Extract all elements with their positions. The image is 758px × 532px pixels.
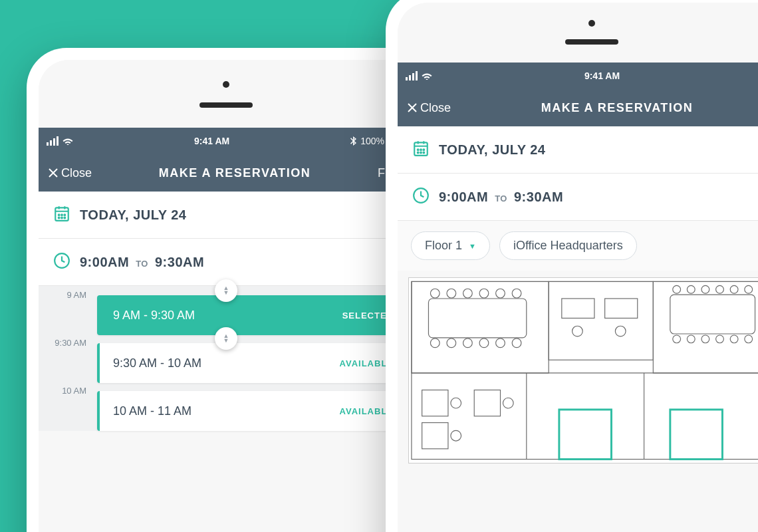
floor-plan[interactable] bbox=[408, 277, 758, 464]
battery-percent: 100% bbox=[360, 136, 384, 146]
svg-point-29 bbox=[496, 289, 505, 298]
drag-handle-bottom[interactable]: ▲▼ bbox=[215, 327, 237, 350]
svg-point-32 bbox=[447, 338, 456, 348]
close-icon bbox=[48, 168, 59, 178]
time-label-2: 10 AM bbox=[39, 386, 93, 396]
svg-point-51 bbox=[572, 326, 583, 336]
phone-speaker bbox=[199, 102, 253, 108]
svg-point-44 bbox=[687, 335, 695, 343]
svg-rect-50 bbox=[605, 299, 638, 318]
svg-point-42 bbox=[745, 285, 753, 293]
date-row[interactable]: TODAY, JULY 24 bbox=[39, 192, 414, 239]
svg-rect-55 bbox=[422, 423, 448, 449]
svg-rect-22 bbox=[653, 281, 758, 373]
svg-point-15 bbox=[418, 152, 419, 154]
svg-rect-53 bbox=[422, 390, 448, 416]
date-text: TODAY, JULY 24 bbox=[80, 207, 186, 223]
svg-point-36 bbox=[512, 338, 521, 348]
time-sep: TO bbox=[495, 194, 507, 203]
clock-icon bbox=[412, 187, 430, 207]
status-time: 9:41 AM bbox=[194, 136, 229, 146]
status-bar: 9:41 AM bbox=[398, 63, 758, 89]
svg-point-52 bbox=[615, 326, 626, 336]
svg-point-14 bbox=[423, 149, 424, 150]
wifi-icon bbox=[63, 137, 73, 145]
svg-rect-57 bbox=[474, 390, 500, 416]
svg-point-31 bbox=[430, 338, 440, 348]
svg-point-12 bbox=[418, 149, 419, 150]
svg-point-4 bbox=[59, 214, 60, 215]
close-button[interactable]: Close bbox=[48, 166, 92, 180]
svg-point-41 bbox=[730, 285, 738, 293]
phone-mockup-left: 9:41 AM 100% Close MAKE A RESERVATION Fi… bbox=[27, 48, 426, 532]
svg-point-5 bbox=[61, 214, 63, 215]
svg-point-37 bbox=[673, 285, 681, 293]
time-start: 9:00AM bbox=[439, 190, 488, 205]
svg-rect-23 bbox=[428, 299, 526, 338]
building-select[interactable]: iOffice Headquarters bbox=[499, 231, 637, 260]
status-time: 9:41 AM bbox=[584, 70, 620, 81]
content-area: TODAY, JULY 24 9:00AM TO 9:30AM bbox=[39, 192, 414, 286]
slot-time: 10 AM - 11 AM bbox=[113, 404, 191, 418]
time-sep: TO bbox=[136, 259, 148, 269]
svg-point-30 bbox=[512, 289, 521, 298]
slot-time: 9 AM - 9:30 AM bbox=[113, 309, 195, 323]
svg-point-34 bbox=[479, 338, 489, 348]
svg-point-35 bbox=[496, 338, 505, 348]
time-text: 9:00AM TO 9:30AM bbox=[439, 190, 563, 205]
timeline: 9 AM 9:30 AM 10 AM ▲▼ 9 AM - 9:30 AM SEL… bbox=[39, 286, 414, 431]
phone-camera bbox=[588, 20, 595, 27]
svg-point-48 bbox=[745, 335, 753, 343]
time-slot-1[interactable]: 9:30 AM - 10 AM AVAILABLE bbox=[97, 343, 407, 383]
svg-point-6 bbox=[64, 214, 65, 215]
calendar-icon bbox=[53, 205, 70, 225]
svg-point-8 bbox=[61, 217, 63, 219]
time-label-0: 9 AM bbox=[39, 290, 93, 300]
nav-bar: Close MAKE A RESERVATION bbox=[398, 89, 758, 126]
svg-point-25 bbox=[430, 289, 440, 298]
drag-handle-top[interactable]: ▲▼ bbox=[215, 279, 237, 302]
svg-point-27 bbox=[463, 289, 473, 298]
time-row[interactable]: 9:00AM TO 9:30AM bbox=[398, 174, 758, 221]
svg-point-7 bbox=[59, 217, 60, 219]
svg-point-46 bbox=[716, 335, 724, 343]
svg-rect-59 bbox=[559, 410, 612, 460]
svg-point-26 bbox=[447, 289, 456, 298]
calendar-icon bbox=[412, 140, 430, 160]
svg-rect-49 bbox=[562, 299, 594, 318]
svg-point-38 bbox=[687, 285, 695, 293]
time-end: 9:30AM bbox=[514, 190, 563, 205]
svg-point-9 bbox=[64, 217, 65, 219]
time-slot-2[interactable]: 10 AM - 11 AM AVAILABLE bbox=[97, 391, 407, 431]
date-row[interactable]: TODAY, JULY 24 bbox=[398, 126, 758, 174]
status-bar: 9:41 AM 100% bbox=[39, 128, 414, 154]
svg-rect-60 bbox=[670, 410, 723, 460]
nav-title: MAKE A RESERVATION bbox=[457, 101, 758, 115]
slot-time: 9:30 AM - 10 AM bbox=[113, 356, 201, 370]
svg-point-16 bbox=[420, 152, 422, 154]
close-button[interactable]: Close bbox=[407, 101, 451, 115]
time-slot-0[interactable]: 9 AM - 9:30 AM SELECTED bbox=[97, 295, 407, 335]
svg-point-39 bbox=[701, 285, 709, 293]
floor-select[interactable]: Floor 1 ▼ bbox=[411, 231, 490, 260]
svg-rect-19 bbox=[412, 281, 758, 459]
close-icon bbox=[407, 102, 418, 113]
phone-screen: 9:41 AM Close MAKE A RESERVATION TODAY, … bbox=[398, 3, 758, 532]
time-label-1: 9:30 AM bbox=[39, 338, 93, 348]
signal-icon bbox=[406, 71, 418, 80]
bluetooth-icon bbox=[350, 136, 356, 146]
close-label: Close bbox=[420, 101, 451, 115]
floor-plan-svg bbox=[409, 278, 758, 463]
phone-camera bbox=[223, 81, 229, 88]
phone-speaker bbox=[565, 39, 618, 45]
floor-label: Floor 1 bbox=[425, 239, 462, 253]
chevron-down-icon: ▼ bbox=[469, 242, 476, 250]
svg-point-28 bbox=[479, 289, 489, 298]
filter-pills: Floor 1 ▼ iOffice Headquarters bbox=[398, 221, 758, 271]
svg-point-43 bbox=[673, 335, 681, 343]
svg-point-47 bbox=[730, 335, 738, 343]
time-text: 9:00AM TO 9:30AM bbox=[80, 255, 204, 270]
time-start: 9:00AM bbox=[80, 255, 129, 270]
phone-screen: 9:41 AM 100% Close MAKE A RESERVATION Fi… bbox=[39, 60, 414, 532]
nav-title: MAKE A RESERVATION bbox=[98, 166, 371, 180]
